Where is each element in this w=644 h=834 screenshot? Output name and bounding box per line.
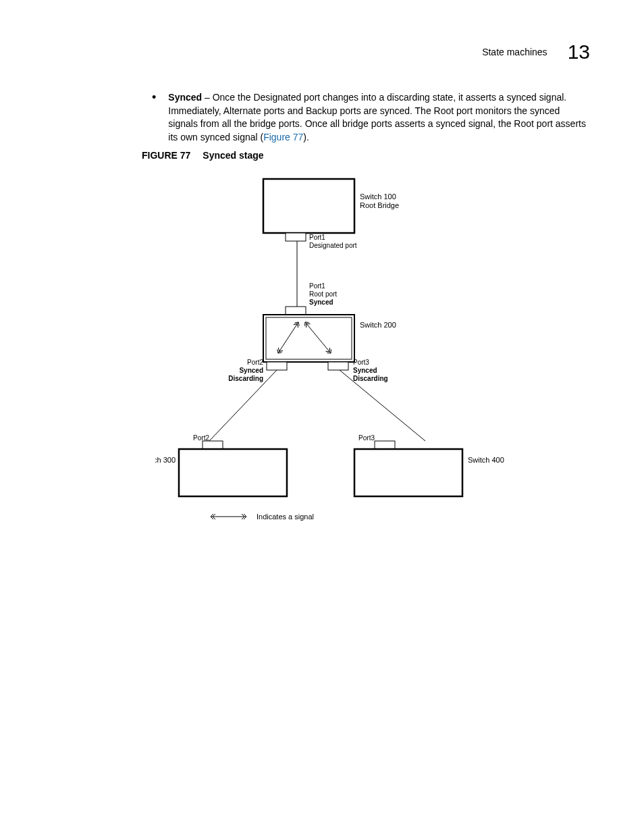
figure-caption: FIGURE 77Synced stage bbox=[142, 150, 264, 161]
switch-100-label-1: Switch 100 bbox=[360, 192, 396, 201]
switch-200-port2-mode: Discarding bbox=[228, 375, 263, 382]
bullet-synced: • Synced – Once the Designated port chan… bbox=[152, 91, 587, 144]
body-content: • Synced – Once the Designated port chan… bbox=[152, 91, 587, 144]
figure-diagram: Switch 100 Root Bridge Port1 Designated … bbox=[155, 172, 506, 530]
switch-200-port2-state: Synced bbox=[239, 367, 263, 374]
switch-200-port2-box bbox=[267, 362, 287, 370]
figure-link[interactable]: Figure 77 bbox=[263, 132, 303, 142]
chapter-number: 13 bbox=[568, 41, 590, 63]
switch-100-port1-type: Designated port bbox=[309, 242, 357, 249]
section-title: State machines bbox=[482, 47, 547, 57]
page-header: State machines 13 bbox=[482, 41, 590, 63]
switch-300-label: Switch 300 bbox=[155, 456, 176, 464]
switch-200-port1-state: Synced bbox=[309, 298, 333, 306]
switch-400-port3-label: Port3 bbox=[358, 434, 375, 442]
switch-100-box bbox=[263, 179, 354, 233]
switch-200-port3-state: Synced bbox=[353, 367, 377, 374]
bullet-body-2: ). bbox=[303, 132, 309, 142]
switch-200-port3-label: Port3 bbox=[353, 359, 369, 366]
switch-200-port3-box bbox=[328, 362, 348, 370]
switch-400-label: Switch 400 bbox=[468, 456, 504, 464]
switch-400-port3-box bbox=[375, 441, 395, 449]
switch-300-port2-box bbox=[203, 441, 223, 449]
legend-text: Indicates a signal bbox=[257, 513, 314, 521]
switch-200-port1-type: Root port bbox=[309, 290, 337, 298]
switch-200-port2-label: Port2 bbox=[247, 359, 263, 366]
figure-number: FIGURE 77 bbox=[142, 150, 190, 161]
figure-title: Synced stage bbox=[203, 150, 263, 161]
switch-100-port1-box bbox=[286, 233, 306, 241]
legend-signal-indicator bbox=[211, 514, 246, 519]
switch-100-label-2: Root Bridge bbox=[360, 201, 399, 209]
bullet-body-1: – Once the Designated port changes into … bbox=[168, 92, 586, 142]
switch-300-box bbox=[179, 449, 287, 496]
bullet-text: Synced – Once the Designated port change… bbox=[168, 91, 587, 144]
switch-100-port1-label: Port1 bbox=[309, 234, 325, 241]
bullet-marker: • bbox=[152, 91, 156, 144]
switch-200-port1-label: Port1 bbox=[309, 282, 325, 290]
bullet-term: Synced bbox=[168, 92, 202, 103]
switch-200-box-outer bbox=[263, 315, 354, 362]
switch-400-box bbox=[354, 449, 462, 496]
switch-200-label: Switch 200 bbox=[360, 321, 396, 329]
switch-300-port2-label: Port2 bbox=[193, 434, 209, 442]
switch-200-port1-box bbox=[286, 307, 306, 315]
switch-200-port3-mode: Discarding bbox=[353, 375, 388, 382]
